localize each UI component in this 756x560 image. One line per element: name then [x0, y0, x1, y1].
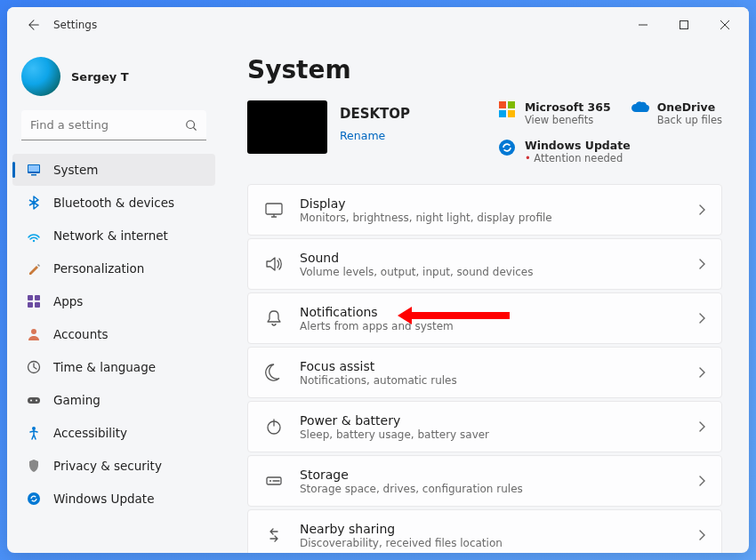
setting-notifications[interactable]: NotificationsAlerts from apps and system — [247, 292, 722, 344]
maximize-button[interactable] — [664, 11, 704, 39]
sidebar-item-label: Accessibility — [53, 426, 127, 440]
focus-assist-icon — [264, 363, 284, 382]
window-controls — [623, 11, 745, 39]
svg-rect-22 — [266, 204, 282, 214]
sidebar-item-label: Time & language — [53, 360, 156, 374]
sidebar-item-apps[interactable]: Apps — [12, 285, 215, 317]
apps-icon — [27, 294, 41, 308]
sidebar: Sergey T System Bluetooth & devices — [7, 43, 221, 553]
bluetooth-icon — [27, 196, 41, 210]
sidebar-item-bluetooth[interactable]: Bluetooth & devices — [12, 187, 215, 219]
chevron-right-icon — [698, 204, 705, 215]
onedrive-icon — [631, 100, 648, 118]
svg-rect-4 — [31, 174, 36, 176]
setting-desc: Alerts from apps and system — [300, 320, 682, 332]
setting-title: Sound — [300, 251, 682, 265]
sidebar-item-system[interactable]: System — [12, 154, 215, 186]
setting-nearby-sharing[interactable]: Nearby sharingDiscoverability, received … — [247, 509, 722, 553]
chevron-right-icon — [698, 476, 705, 486]
sidebar-item-gaming[interactable]: Gaming — [12, 384, 215, 416]
promo-title: Windows Update — [525, 139, 631, 152]
device-name: DESKTOP — [340, 106, 410, 122]
sidebar-item-privacy[interactable]: Privacy & security — [12, 450, 215, 482]
sidebar-item-update[interactable]: Windows Update — [12, 483, 215, 515]
promo-title: OneDrive — [657, 100, 722, 114]
svg-rect-18 — [508, 101, 515, 108]
sidebar-item-accessibility[interactable]: Accessibility — [12, 417, 215, 449]
windows-update-icon — [498, 139, 516, 156]
titlebar: Settings — [7, 7, 749, 43]
promo-ms365[interactable]: Microsoft 365 View benefits — [498, 100, 611, 126]
device-block: DESKTOP Rename — [247, 100, 410, 154]
setting-desc: Volume levels, output, input, sound devi… — [300, 266, 682, 278]
setting-title: Focus assist — [300, 359, 682, 373]
setting-desc: Sleep, battery usage, battery saver — [300, 428, 682, 441]
svg-point-16 — [28, 492, 40, 505]
search-input[interactable] — [21, 110, 206, 140]
svg-rect-9 — [35, 302, 40, 308]
svg-rect-17 — [499, 101, 506, 108]
svg-rect-6 — [28, 295, 33, 300]
svg-rect-12 — [28, 397, 40, 404]
svg-point-14 — [36, 400, 37, 402]
settings-list: DisplayMonitors, brightness, night light… — [247, 184, 722, 553]
promo-onedrive[interactable]: OneDrive Back up files — [631, 100, 722, 126]
sidebar-item-network[interactable]: Network & internet — [12, 220, 215, 252]
promo-title: Microsoft 365 — [525, 100, 611, 114]
accounts-icon — [27, 327, 41, 341]
chevron-right-icon — [698, 421, 705, 432]
avatar — [21, 57, 60, 96]
setting-sound[interactable]: SoundVolume levels, output, input, sound… — [247, 238, 722, 290]
setting-desc: Discoverability, received files location — [300, 537, 682, 549]
setting-display[interactable]: DisplayMonitors, brightness, night light… — [247, 184, 722, 236]
chevron-right-icon — [698, 530, 705, 540]
sound-icon — [264, 254, 284, 274]
device-info: DESKTOP Rename — [340, 100, 410, 154]
svg-rect-20 — [508, 110, 515, 117]
sidebar-item-time[interactable]: Time & language — [12, 351, 215, 383]
back-arrow-icon — [28, 19, 40, 31]
chevron-right-icon — [698, 313, 705, 324]
close-button[interactable] — [704, 11, 745, 39]
main-panel: System DESKTOP Rename Microsoft 365 — [221, 43, 749, 553]
svg-rect-8 — [28, 302, 33, 308]
gaming-icon — [27, 393, 41, 407]
setting-focus-assist[interactable]: Focus assistNotifications, automatic rul… — [247, 347, 722, 398]
setting-desc: Storage space, drives, configuration rul… — [300, 483, 682, 495]
user-block[interactable]: Sergey T — [7, 50, 221, 110]
svg-rect-19 — [499, 110, 506, 117]
network-icon — [27, 228, 41, 243]
rename-link[interactable]: Rename — [340, 129, 410, 142]
privacy-icon — [27, 459, 41, 473]
svg-rect-7 — [35, 295, 40, 300]
sidebar-item-label: Apps — [53, 294, 83, 308]
promo-sub: Back up files — [657, 114, 722, 126]
svg-point-5 — [33, 240, 35, 242]
setting-power[interactable]: Power & batterySleep, battery usage, bat… — [247, 401, 722, 452]
sidebar-item-label: Network & internet — [53, 228, 168, 243]
back-button[interactable] — [18, 9, 50, 41]
svg-point-1 — [187, 121, 195, 129]
settings-window: Settings Sergey T System — [7, 7, 749, 553]
setting-title: Power & battery — [300, 413, 682, 428]
svg-rect-3 — [28, 165, 39, 172]
nearby-sharing-icon — [264, 525, 284, 545]
setting-title: Display — [300, 196, 682, 211]
setting-title: Storage — [300, 468, 682, 482]
minimize-button[interactable] — [623, 11, 664, 39]
sidebar-item-label: System — [53, 163, 98, 177]
setting-storage[interactable]: StorageStorage space, drives, configurat… — [247, 455, 722, 507]
username: Sergey T — [71, 70, 129, 84]
sidebar-item-accounts[interactable]: Accounts — [12, 318, 215, 350]
sidebar-item-label: Bluetooth & devices — [53, 196, 174, 210]
maximize-icon — [680, 20, 688, 29]
storage-icon — [264, 471, 284, 491]
promo-column: Microsoft 365 View benefits OneDrive Bac… — [498, 100, 722, 164]
sidebar-item-personalization[interactable]: Personalization — [12, 252, 215, 284]
update-icon — [27, 492, 41, 506]
device-image — [247, 100, 327, 154]
system-icon — [27, 163, 41, 177]
promo-sub: Attention needed — [525, 152, 631, 164]
promo-update[interactable]: Windows Update Attention needed — [498, 139, 722, 164]
svg-point-25 — [269, 480, 271, 482]
